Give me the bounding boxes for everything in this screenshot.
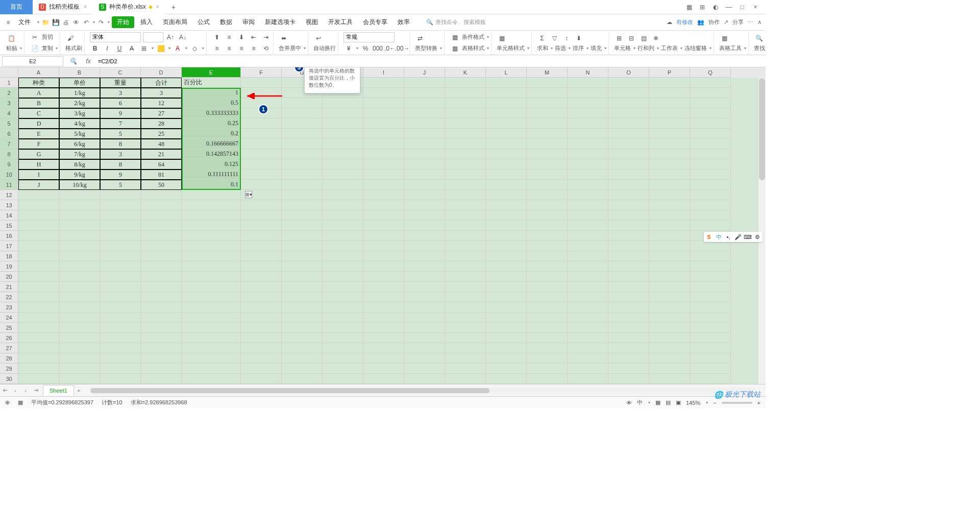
cell-Q23[interactable]	[690, 302, 731, 312]
sum-label[interactable]: 求和	[537, 44, 548, 52]
cell-D24[interactable]	[141, 312, 182, 323]
align-middle-icon[interactable]: ≡	[224, 32, 234, 42]
cell-H14[interactable]	[323, 210, 363, 221]
cell-P19[interactable]	[649, 261, 690, 272]
cell-C22[interactable]	[100, 292, 141, 302]
zoom-out-button[interactable]: −	[713, 400, 716, 406]
cell-C8[interactable]: 3	[100, 149, 141, 159]
cell-F28[interactable]	[241, 353, 282, 364]
cell-E2[interactable]: 1	[182, 88, 241, 98]
cell-H4[interactable]	[323, 108, 363, 118]
row-header-13[interactable]: 13	[0, 200, 18, 210]
cell-C3[interactable]: 6	[100, 98, 141, 108]
zoom-mode-icon[interactable]: 中	[637, 399, 643, 406]
cell-M18[interactable]	[527, 251, 568, 261]
row-header-25[interactable]: 25	[0, 323, 18, 333]
cell-D15[interactable]	[141, 221, 182, 231]
preview-icon[interactable]: 👁	[72, 18, 80, 27]
cell-G30[interactable]	[282, 374, 323, 384]
cell-J26[interactable]	[404, 333, 445, 343]
cell-P30[interactable]	[649, 374, 690, 384]
find-icon[interactable]: 🔍	[754, 33, 764, 43]
cell-C4[interactable]: 9	[100, 108, 141, 118]
decrease-font-icon[interactable]: A↓	[178, 32, 188, 42]
cell-G14[interactable]	[282, 210, 323, 221]
cell-F11[interactable]	[241, 180, 282, 190]
cell-K9[interactable]	[445, 159, 486, 170]
cell-D17[interactable]	[141, 241, 182, 251]
cell-M25[interactable]	[527, 323, 568, 333]
row-header-22[interactable]: 22	[0, 292, 18, 302]
cell-L29[interactable]	[486, 364, 527, 374]
cell-K14[interactable]	[445, 210, 486, 221]
cell-A3[interactable]: B	[18, 98, 59, 108]
cell-E9[interactable]: 0.125	[182, 159, 241, 170]
cell-F24[interactable]	[241, 312, 282, 323]
cell-C5[interactable]: 7	[100, 118, 141, 129]
row-header-1[interactable]: 1	[0, 78, 18, 88]
cell-P24[interactable]	[649, 312, 690, 323]
col-header-K[interactable]: K	[445, 67, 486, 78]
tab-nav-last[interactable]: ⇥	[31, 387, 41, 394]
tab-nav-first[interactable]: ⇤	[0, 387, 10, 394]
cell-Q29[interactable]	[690, 364, 731, 374]
row-header-20[interactable]: 20	[0, 272, 18, 282]
cell-I15[interactable]	[363, 221, 404, 231]
cell-B10[interactable]: 9/kg	[59, 170, 100, 180]
cell-D14[interactable]	[141, 210, 182, 221]
cell-M13[interactable]	[527, 200, 568, 210]
cell-L28[interactable]	[486, 353, 527, 364]
cell-F25[interactable]	[241, 323, 282, 333]
cell-O29[interactable]	[608, 364, 649, 374]
wrap-label[interactable]: 自动换行	[313, 44, 336, 52]
cell-Q14[interactable]	[690, 210, 731, 221]
cell-I28[interactable]	[363, 353, 404, 364]
underline-button[interactable]: U	[114, 43, 125, 54]
row-header-5[interactable]: 5	[0, 118, 18, 129]
cell-J9[interactable]	[404, 159, 445, 170]
cell-I1[interactable]	[363, 78, 404, 88]
cell-N20[interactable]	[568, 272, 608, 282]
cell-C18[interactable]	[100, 251, 141, 261]
zoom-slider[interactable]	[722, 402, 752, 404]
cell-I20[interactable]	[363, 272, 404, 282]
cell-A19[interactable]	[18, 261, 59, 272]
ime-keyboard-icon[interactable]: ⌨	[744, 233, 752, 241]
col-header-I[interactable]: I	[363, 67, 404, 78]
cut-label[interactable]: 剪切	[42, 33, 53, 41]
cell-E29[interactable]	[182, 364, 241, 374]
cell-N30[interactable]	[568, 374, 608, 384]
cell-J10[interactable]	[404, 170, 445, 180]
cell-L26[interactable]	[486, 333, 527, 343]
cell-G25[interactable]	[282, 323, 323, 333]
cell-Q9[interactable]	[690, 159, 731, 170]
cell-N8[interactable]	[568, 149, 608, 159]
cell-A5[interactable]: D	[18, 118, 59, 129]
cell-Q2[interactable]	[690, 88, 731, 98]
cell-K11[interactable]	[445, 180, 486, 190]
cell-L4[interactable]	[486, 108, 527, 118]
search-fx-icon[interactable]: 🔍	[65, 58, 81, 65]
cell-N3[interactable]	[568, 98, 608, 108]
cell-style-label[interactable]: 单元格样式	[497, 44, 525, 52]
cell-B1[interactable]: 单价	[59, 78, 100, 88]
cell-E25[interactable]	[182, 323, 241, 333]
cell-D2[interactable]: 3	[141, 88, 182, 98]
cell-G7[interactable]	[282, 139, 323, 149]
cell-G13[interactable]	[282, 200, 323, 210]
col-header-O[interactable]: O	[608, 67, 649, 78]
cell-D3[interactable]: 12	[141, 98, 182, 108]
select-all-corner[interactable]	[0, 67, 18, 78]
cell-O27[interactable]	[608, 343, 649, 353]
fill-label[interactable]: 填充	[591, 44, 602, 52]
cell-G9[interactable]	[282, 159, 323, 170]
cell-K22[interactable]	[445, 292, 486, 302]
font-select[interactable]	[90, 32, 141, 42]
cell-I13[interactable]	[363, 200, 404, 210]
row-header-23[interactable]: 23	[0, 302, 18, 312]
cell-L11[interactable]	[486, 180, 527, 190]
cell-B14[interactable]	[59, 210, 100, 221]
type-convert-label[interactable]: 类型转换	[415, 44, 437, 52]
cell-M30[interactable]	[527, 374, 568, 384]
cell-D10[interactable]: 81	[141, 170, 182, 180]
